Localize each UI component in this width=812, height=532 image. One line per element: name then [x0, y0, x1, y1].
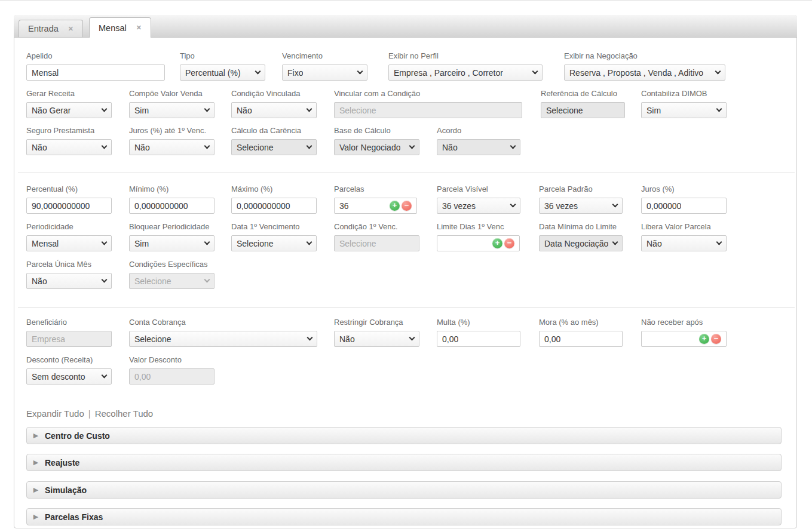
apelido-input[interactable]: Mensal: [26, 64, 165, 81]
exibir-na-negociacao-select[interactable]: Reserva , Proposta , Venda , Aditivo: [564, 64, 725, 81]
acordo-value: Não: [442, 143, 458, 152]
multa-input[interactable]: 0,00: [437, 331, 520, 347]
tab-mensal[interactable]: Mensal ✕: [89, 17, 151, 38]
mora-label: Mora (% ao mês): [539, 317, 623, 327]
caret-right-icon: ▶: [27, 432, 45, 439]
condicoes-especificas-label: Condições Específicas: [129, 259, 215, 269]
accordion-simulacao[interactable]: ▶ Simulação: [26, 481, 782, 499]
field-juros-ate-1-venc: Juros (%) até 1º Venc. Não: [129, 125, 215, 155]
vencimento-label: Vencimento: [282, 51, 367, 61]
vencimento-value: Fixo: [287, 68, 303, 78]
parcelas-value: 36: [339, 201, 349, 211]
section-divider: [18, 173, 795, 173]
referencia-calculo-value: Selecione: [546, 106, 583, 115]
tipo-select[interactable]: Percentual (%): [180, 64, 265, 81]
compoe-valor-venda-select[interactable]: Sim: [129, 102, 215, 118]
beneficiario-input: Empresa: [26, 331, 112, 347]
parcelas-input[interactable]: 36 +−: [334, 198, 417, 214]
parcela-unica-mes-value: Não: [32, 276, 47, 286]
field-exibir-no-perfil: Exibir no Perfil Empresa , Parceiro , Co…: [388, 51, 543, 81]
percentual-input[interactable]: 90,0000000000: [26, 198, 112, 214]
field-minimo: Mínimo (%) 0,0000000000: [129, 184, 215, 214]
field-percentual: Percentual (%) 90,0000000000: [26, 184, 112, 214]
libera-valor-parcela-value: Não: [646, 239, 662, 248]
libera-valor-parcela-label: Libera Valor Parcela: [641, 222, 727, 232]
exibir-na-negociacao-value: Reserva , Proposta , Venda , Aditivo: [569, 68, 703, 78]
juros-ate-1-venc-value: Não: [134, 143, 150, 152]
juros-ate-1-venc-select[interactable]: Não: [129, 139, 215, 155]
field-multa: Multa (%) 0,00: [437, 317, 520, 347]
collapse-all-link[interactable]: Recolher Tudo: [95, 408, 154, 419]
exibir-no-perfil-select[interactable]: Empresa , Parceiro , Corretor: [388, 64, 543, 81]
restringir-cobranca-select[interactable]: Não: [334, 331, 419, 347]
desconto-receita-select[interactable]: Sem desconto: [26, 368, 112, 385]
base-calculo-select[interactable]: Valor Negociado: [334, 139, 419, 155]
field-desconto-receita: Desconto (Receita) Sem desconto: [26, 355, 112, 385]
decrement-icon[interactable]: −: [402, 201, 412, 211]
chevron-down-icon: [204, 106, 210, 112]
base-calculo-label: Base de Cálculo: [334, 125, 419, 136]
parcelas-label: Parcelas: [334, 184, 417, 194]
increment-icon[interactable]: +: [699, 334, 709, 344]
data-minima-limite-label: Data Mínima do Limite: [539, 222, 623, 232]
referencia-calculo-input[interactable]: Selecione: [541, 102, 625, 118]
accordion-parcelas-fixas[interactable]: ▶ Parcelas Fixas: [26, 508, 782, 525]
parcela-padrao-label: Parcela Padrão: [539, 184, 623, 194]
compoe-valor-venda-label: Compõe Valor Venda: [129, 88, 215, 99]
parcela-unica-mes-select[interactable]: Não: [26, 273, 112, 289]
field-nao-receber-apos: Não receber após +−: [641, 317, 727, 347]
valor-desconto-label: Valor Desconto: [129, 355, 215, 365]
chevron-down-icon: [102, 277, 108, 283]
decrement-icon[interactable]: −: [711, 334, 721, 344]
tipo-label: Tipo: [180, 51, 265, 61]
juros-input[interactable]: 0,000000: [641, 198, 727, 214]
data-1-vencimento-select[interactable]: Selecione: [231, 235, 317, 251]
field-condicao-1-venc: Condição 1º Venc. Selecione: [334, 222, 419, 251]
parcela-visivel-value: 36 vezes: [442, 201, 476, 211]
increment-icon[interactable]: +: [492, 238, 502, 248]
field-tipo: Tipo Percentual (%): [180, 51, 265, 81]
libera-valor-parcela-select[interactable]: Não: [641, 235, 727, 251]
top-divider: [0, 0, 812, 1]
increment-icon[interactable]: +: [390, 201, 400, 211]
condicao-vinculada-select[interactable]: Não: [231, 102, 317, 118]
accordion-centro-de-custo[interactable]: ▶ Centro de Custo: [26, 427, 782, 444]
decrement-icon[interactable]: −: [504, 238, 514, 248]
parcela-padrao-select[interactable]: 36 vezes: [539, 198, 623, 214]
vincular-com-condicao-input: Selecione: [334, 102, 522, 118]
close-icon[interactable]: ✕: [68, 25, 73, 33]
expand-all-link[interactable]: Expandir Tudo: [26, 408, 84, 419]
minimo-input[interactable]: 0,0000000000: [129, 198, 215, 214]
bloquear-periodicidade-select[interactable]: Sim: [129, 235, 215, 251]
contabiliza-dimob-select[interactable]: Sim: [641, 102, 727, 118]
field-beneficiario: Beneficiário Empresa: [26, 317, 112, 347]
chevron-down-icon: [102, 143, 108, 149]
periodicidade-select[interactable]: Mensal: [26, 235, 112, 251]
field-bloquear-periodicidade: Bloquear Periodicidade Sim: [129, 222, 215, 251]
accordion-title: Reajuste: [45, 458, 79, 468]
maximo-input[interactable]: 0,0000000000: [231, 198, 317, 214]
field-restringir-cobranca: Restringir Cobrança Não: [334, 317, 419, 347]
chevron-down-icon: [510, 202, 516, 208]
accordion-title: Centro de Custo: [45, 431, 110, 441]
accordion-title: Parcelas Fixas: [45, 512, 103, 522]
accordion-reajuste[interactable]: ▶ Reajuste: [26, 454, 782, 471]
calculo-carencia-select[interactable]: Selecione: [231, 139, 317, 155]
chevron-down-icon: [102, 106, 108, 112]
parcela-visivel-select[interactable]: 36 vezes: [437, 198, 520, 214]
nao-receber-apos-input[interactable]: +−: [641, 331, 727, 347]
gerar-receita-select[interactable]: Não Gerar: [26, 102, 112, 118]
close-icon[interactable]: ✕: [136, 24, 142, 32]
multa-label: Multa (%): [437, 317, 520, 327]
vencimento-select[interactable]: Fixo: [282, 64, 367, 81]
parcela-padrao-value: 36 vezes: [544, 201, 578, 211]
seguro-prestamista-select[interactable]: Não: [26, 139, 112, 155]
mora-input[interactable]: 0,00: [539, 331, 623, 347]
calculo-carencia-value: Selecione: [237, 143, 274, 152]
data-minima-limite-select[interactable]: Data Negociação: [539, 235, 623, 251]
field-periodicidade: Periodicidade Mensal: [26, 222, 112, 251]
acordo-select[interactable]: Não: [437, 139, 520, 155]
conta-cobranca-select[interactable]: Selecione: [129, 331, 317, 347]
tab-entrada[interactable]: Entrada ✕: [19, 20, 83, 38]
limite-dias-1-venc-input[interactable]: +−: [437, 235, 520, 251]
